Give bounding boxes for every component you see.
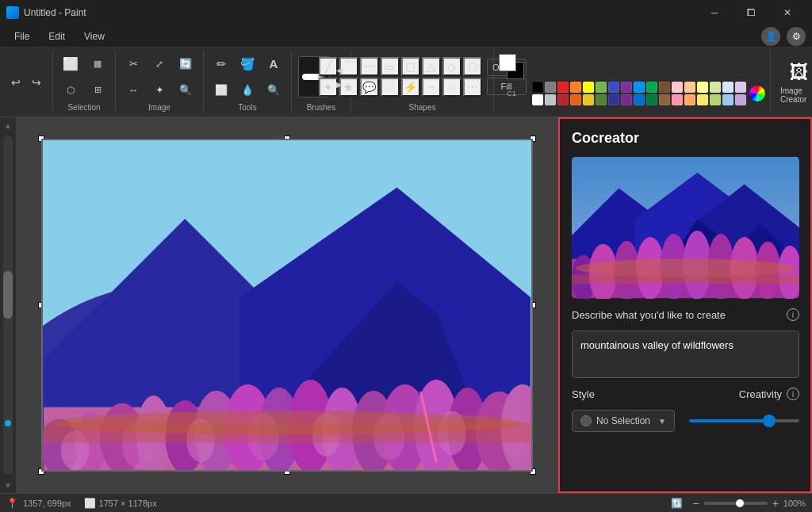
color-lime[interactable]: [710, 94, 721, 105]
color-black[interactable]: [532, 82, 543, 93]
color-pink-light[interactable]: [672, 82, 683, 93]
canvas-area[interactable]: ▲ ▼: [0, 117, 558, 493]
color-lavender[interactable]: [735, 82, 746, 93]
foreground-color[interactable]: [499, 54, 516, 71]
shape-more-button[interactable]: ⋯: [463, 78, 482, 97]
color-hotpink[interactable]: [672, 94, 683, 105]
pencil-button[interactable]: ✏: [209, 52, 234, 77]
color-silver[interactable]: [545, 94, 556, 105]
color-peach[interactable]: [684, 82, 695, 93]
color-lightblue[interactable]: [634, 82, 645, 93]
color-forest[interactable]: [646, 94, 657, 105]
color-darkgreen[interactable]: [596, 94, 607, 105]
color-green[interactable]: [596, 82, 607, 93]
zoom-thumb[interactable]: [736, 499, 744, 507]
color1-button[interactable]: C1: [499, 81, 524, 106]
color-khaki[interactable]: [697, 94, 708, 105]
prompt-input[interactable]: mountainous valley of wildflowers: [572, 331, 799, 378]
zoom-slider[interactable]: [704, 502, 768, 505]
zoom-out-button[interactable]: −: [692, 497, 699, 510]
color-royalblue[interactable]: [634, 94, 645, 105]
scroll-up-button[interactable]: ▲: [4, 117, 12, 133]
brush-prev-button[interactable]: ◀: [333, 63, 346, 76]
shape-rect-button[interactable]: ▭: [381, 57, 400, 76]
selection-col1: ⬜ ⬡: [58, 52, 83, 103]
text-button[interactable]: A: [261, 52, 286, 77]
scroll-down-button[interactable]: ▼: [4, 477, 12, 493]
resize-button[interactable]: ⤢: [147, 52, 172, 77]
describe-info-icon[interactable]: i: [787, 308, 799, 321]
undo-button[interactable]: ↩: [6, 73, 25, 92]
color-darkorange[interactable]: [570, 94, 581, 105]
color-white[interactable]: [532, 94, 543, 105]
color-emerald[interactable]: [646, 82, 657, 93]
color-darkpurple[interactable]: [621, 94, 632, 105]
zoom-tool-button[interactable]: 🔍: [261, 78, 286, 103]
redo-button[interactable]: ↪: [27, 73, 46, 92]
flip-button[interactable]: ↔: [121, 78, 146, 103]
selection-controls: ⬜ ⬡ ▦ ⊞: [58, 51, 110, 103]
color-skyblue[interactable]: [722, 94, 733, 105]
creativity-info-icon[interactable]: i: [787, 388, 799, 400]
scroll-track[interactable]: [3, 136, 13, 474]
eraser-button[interactable]: ⬜: [209, 78, 234, 103]
shape-heart-button[interactable]: ♡: [381, 78, 400, 97]
select-option1-button[interactable]: ▦: [85, 52, 110, 77]
color-darkred[interactable]: [557, 94, 569, 105]
color-orange[interactable]: [570, 82, 581, 93]
settings-icon[interactable]: ⚙: [787, 27, 806, 46]
close-button[interactable]: ✕: [769, 0, 806, 25]
rotate-button[interactable]: 🔄: [173, 52, 198, 77]
color-green-light[interactable]: [710, 82, 721, 93]
shape-diamond-button[interactable]: ◇: [442, 57, 462, 76]
shape-roundrect-button[interactable]: ▢: [401, 57, 420, 76]
select-option2-button[interactable]: ⊞: [85, 78, 110, 103]
title-bar: Untitled - Paint ─ ⧠ ✕: [0, 0, 812, 25]
shape-freeform-button[interactable]: 〰: [360, 57, 379, 76]
vertical-scrollbar[interactable]: ▲ ▼: [0, 117, 16, 493]
fill-button[interactable]: 🪣: [235, 52, 260, 77]
maximize-button[interactable]: ⧠: [733, 0, 769, 25]
select-rect-button[interactable]: ⬜: [58, 52, 83, 77]
menu-file[interactable]: File: [6, 29, 37, 44]
color-gray[interactable]: [545, 82, 556, 93]
creativity-thumb[interactable]: [763, 415, 776, 427]
color-picker-wheel[interactable]: [749, 86, 765, 101]
creativity-slider[interactable]: [689, 419, 799, 422]
shape-lightning-button[interactable]: ⚡: [401, 78, 420, 97]
color-yellow-light[interactable]: [697, 82, 708, 93]
brush-next-button[interactable]: ▶: [333, 78, 346, 90]
scroll-indicator: [5, 420, 11, 426]
color-gold[interactable]: [583, 94, 594, 105]
select-freeform-button[interactable]: ⬡: [58, 78, 83, 103]
color-brown[interactable]: [659, 82, 670, 93]
color-yellow[interactable]: [583, 82, 594, 93]
account-icon[interactable]: 👤: [761, 27, 780, 46]
zoom-image-button[interactable]: 🔍: [173, 78, 198, 103]
painting-canvas[interactable]: [41, 139, 533, 472]
minimize-button[interactable]: ─: [696, 0, 733, 25]
shape-callout-button[interactable]: 💬: [360, 78, 379, 97]
color-palette: [532, 82, 746, 105]
shape-arrow-button[interactable]: →: [422, 78, 441, 97]
color-sienna[interactable]: [659, 94, 670, 105]
crop-button[interactable]: ✂: [121, 52, 146, 77]
zoom-in-button[interactable]: +: [772, 497, 779, 510]
shape-ellipse-button[interactable]: ○: [442, 78, 462, 97]
color-purple[interactable]: [621, 82, 632, 93]
color-lilac[interactable]: [735, 94, 746, 105]
color-salmon[interactable]: [684, 94, 695, 105]
magic-select-button[interactable]: ✦: [147, 78, 172, 103]
style-dropdown[interactable]: No Selection ▼: [572, 410, 675, 432]
color-blue-light[interactable]: [722, 82, 733, 93]
color-picker-button[interactable]: 💧: [235, 78, 260, 103]
menu-edit[interactable]: Edit: [40, 29, 73, 44]
color-blue[interactable]: [608, 82, 619, 93]
menu-view[interactable]: View: [76, 29, 113, 44]
shape-triangle-button[interactable]: △: [422, 57, 441, 76]
scroll-thumb[interactable]: [3, 271, 13, 319]
color-darkblue[interactable]: [608, 94, 619, 105]
shape-pentagon-button[interactable]: ⬠: [463, 57, 482, 76]
image-creator-panel-button[interactable]: 🖼 Image Creator: [771, 51, 812, 113]
color-red[interactable]: [557, 82, 569, 93]
